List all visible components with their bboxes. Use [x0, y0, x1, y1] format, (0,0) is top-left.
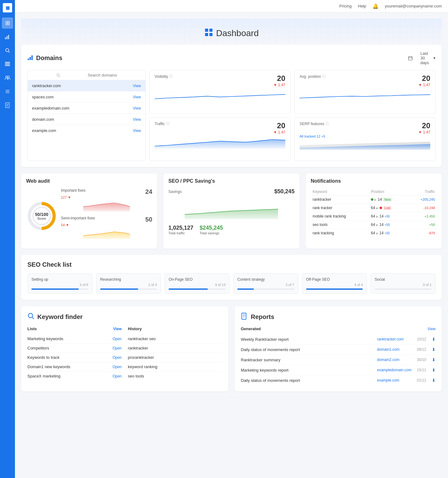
notifications-panel: Notifications Keyword Position Traffic r…	[306, 173, 442, 249]
svg-rect-19	[205, 33, 208, 36]
download-icon[interactable]: ⬇	[432, 378, 436, 383]
audit-donut: 50/100 Score	[26, 200, 57, 232]
domain-item-spacex[interactable]: spacex.com View	[28, 91, 145, 103]
notification-bell-icon[interactable]: 🔔	[372, 3, 379, 9]
svg-point-3	[6, 49, 9, 52]
checklist-section: SEO Check list Setting up 5 of 6 Researc…	[21, 255, 442, 300]
domains-list: ranktracker.com View spacex.com View exa…	[27, 70, 146, 161]
kf-lists-container: Marketing keywords Open Competitors Open…	[27, 334, 122, 381]
page-title-area: Dashboard	[27, 28, 436, 39]
avg-position-card: Avg. position ⓘ 20 ▼ 1.47	[294, 70, 436, 114]
report-item: Ranktracker summary domain2.com 30/10 ⬇	[241, 355, 436, 365]
total-traffic-stat: 1,025,127 Total traffic	[168, 225, 193, 235]
serp-chart	[300, 138, 430, 157]
avg-position-chart	[300, 87, 430, 106]
checklist-item[interactable]: Off-Page SEO 4 of 4	[302, 273, 367, 294]
dashboard-icon	[204, 28, 213, 39]
info-icon-avgpos: ⓘ	[322, 74, 326, 79]
semi-fixes: Semi-important fixes 50 54 ▼	[61, 216, 152, 241]
sidebar-item-dashboard[interactable]: ⊞	[2, 17, 13, 29]
middle-row: Web audit 50/100 Score	[21, 173, 442, 249]
svg-rect-35	[242, 313, 246, 319]
sidebar-item-analytics[interactable]	[2, 31, 13, 42]
kf-history-item: proranktracker	[128, 353, 222, 362]
sidebar-item-table[interactable]	[2, 59, 13, 70]
checklist-item[interactable]: Setting up 5 of 6	[27, 273, 92, 294]
kf-list-item: SpaceX marketing Open	[27, 372, 122, 381]
reports-panel: Reports Generated View Weekly Ranktracke…	[235, 306, 442, 391]
pricing-link[interactable]: Pricing	[339, 4, 352, 8]
checklist-bar-fill	[306, 288, 363, 290]
kf-history-item: seo tools	[128, 372, 222, 381]
checklist-item-label: Researching	[100, 277, 157, 282]
kf-history: History ranktracker seoranktrackerproran…	[128, 326, 222, 381]
domains-section: Domains Last 30 days ▾ ranktracker.com V…	[21, 45, 442, 167]
visibility-card: Visibility ⓘ 20 ▼ 1.47	[149, 70, 291, 114]
web-audit-panel: Web audit 50/100 Score	[21, 173, 157, 249]
keyword-finder-icon	[27, 312, 35, 321]
svg-rect-24	[408, 57, 412, 60]
domain-item-ranktracker[interactable]: ranktracker.com View	[28, 80, 145, 91]
checklist-bar-fill	[100, 288, 138, 290]
checklist-bar-bg	[375, 288, 432, 290]
user-menu[interactable]: youremail@companyname.com	[385, 4, 442, 8]
checklist-item[interactable]: Researching 2 of 3	[96, 273, 161, 294]
svg-rect-18	[209, 29, 212, 32]
svg-rect-17	[205, 29, 208, 32]
web-audit-title: Web audit	[26, 178, 152, 184]
savings-stats: 1,025,127 Total traffic $245,245 Total s…	[168, 225, 294, 235]
notif-row-ranktracker: ranktracker ▶ 14 New +205,245	[311, 195, 437, 204]
download-icon[interactable]: ⬇	[432, 357, 436, 362]
savings-chart	[168, 197, 294, 222]
notif-row-seotools: seo tools 64 ▶ 14 +50 +58	[311, 221, 437, 229]
checklist-item[interactable]: Social 0 of 1	[371, 273, 436, 294]
report-item: Daily status of movements report example…	[241, 375, 436, 385]
sidebar-item-users[interactable]	[2, 72, 13, 83]
reports-view-link[interactable]: View	[427, 327, 436, 331]
info-icon-traffic: ⓘ	[166, 121, 170, 126]
total-savings-stat: $245,245 Total savings	[199, 225, 223, 235]
svg-rect-6	[5, 63, 10, 64]
svg-point-33	[28, 313, 33, 318]
seo-savings-title: SEO / PPC Saving's	[168, 178, 294, 184]
help-link[interactable]: Help	[358, 4, 366, 8]
domain-item-domain[interactable]: domain.com View	[28, 114, 145, 125]
checklist-item[interactable]: On-Page SEO 9 of 13	[165, 273, 230, 294]
kf-list-item: Keywords to track Open	[27, 353, 122, 362]
checklist-grid: Setting up 5 of 6 Researching 2 of 3 On-…	[27, 273, 436, 294]
checklist-item[interactable]: Content strategy 2 of 7	[233, 273, 298, 294]
domain-search-box	[28, 70, 145, 80]
domain-item-example[interactable]: example.com View	[28, 125, 145, 136]
semi-fixes-chart	[61, 228, 152, 241]
checklist-item-label: Off-Page SEO	[306, 277, 363, 282]
checklist-item-label: Content strategy	[237, 277, 294, 282]
kf-lists-view-link[interactable]: View	[113, 327, 122, 331]
checklist-item-label: Setting up	[31, 277, 88, 282]
notifications-table: Keyword Position Traffic ranktracker ▶ 1…	[311, 188, 437, 237]
download-icon[interactable]: ⬇	[432, 347, 436, 352]
search-input[interactable]	[88, 73, 142, 77]
svg-line-34	[32, 317, 34, 319]
date-filter[interactable]: Last 30 days ▾	[402, 51, 436, 65]
reports-generated-header: Generated View	[241, 326, 436, 331]
checklist-bar-bg	[169, 288, 226, 290]
page-title: Dashboard	[216, 28, 259, 38]
checklist-bar-fill	[237, 288, 254, 290]
checklist-bar-fill	[31, 288, 79, 290]
sidebar-logo[interactable]: ▦	[3, 3, 12, 12]
checklist-item-progress: 2 of 3	[100, 283, 157, 287]
download-icon[interactable]: ⬇	[432, 368, 436, 373]
sidebar-item-search[interactable]	[2, 45, 13, 56]
domain-item-exampledomain[interactable]: exampledomain.com View	[28, 103, 145, 114]
savings-header-row: Savings $50,245	[168, 188, 294, 195]
chevron-down-icon: ▾	[433, 56, 436, 60]
info-icon-serp: ⓘ	[325, 121, 329, 126]
sidebar-item-list[interactable]	[2, 86, 13, 97]
kf-history-header: History	[128, 326, 222, 331]
svg-point-9	[7, 76, 9, 78]
checklist-item-progress: 9 of 13	[169, 283, 226, 287]
traffic-card: Traffic ⓘ 20 ▼ 1.47	[149, 117, 291, 161]
kf-grid: Lists View Marketing keywords Open Compe…	[27, 326, 222, 381]
sidebar-item-documents[interactable]	[2, 100, 13, 111]
download-icon[interactable]: ⬇	[432, 337, 436, 342]
